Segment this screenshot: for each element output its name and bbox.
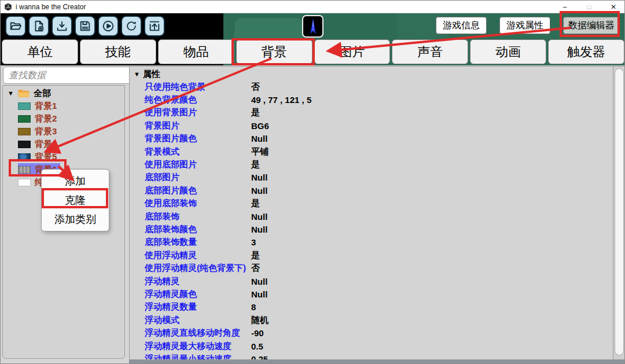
property-value[interactable]: 是 [251,198,260,209]
property-value[interactable]: 0.25 [251,354,268,360]
tree-root-label: 全部 [34,88,51,99]
property-row: 浮动精灵数量8 [130,301,613,314]
collapse-triangle-icon[interactable]: ▼ [134,71,143,78]
property-name: 使用浮动精灵 [145,250,251,261]
title-bar: i wanna be the Creator [1,1,625,13]
property-value[interactable]: 0.5 [251,341,263,351]
property-value[interactable]: Null [251,172,267,182]
tab-background[interactable]: 背景 [236,39,312,64]
bg4-thumbnail-icon [18,141,31,148]
player-sprite-preview [302,15,323,38]
export-button[interactable] [144,16,165,36]
tab-unit[interactable]: 单位 [2,39,78,64]
property-value[interactable]: 8 [251,302,256,312]
property-name: 使用底部图片 [145,159,251,170]
menu-item-clone[interactable]: 克隆 [42,191,109,209]
property-row: 只使用纯色背景否 [130,80,613,93]
import-button[interactable] [52,16,72,36]
property-name: 背景模式 [145,146,251,157]
tree-item-label: 背景2 [35,113,57,124]
play-button[interactable] [98,16,119,36]
property-name: 浮动精灵数量 [145,302,251,312]
property-value[interactable]: 是 [251,107,260,118]
property-row: 底部装饰数量3 [130,236,613,249]
properties-panel: ▼ 属性 只使用纯色背景否纯色背景颜色49 , 77 , 121 , 5使用背景… [129,66,613,360]
property-value[interactable]: 49 , 77 , 121 , 5 [251,95,311,105]
open-file-button[interactable] [5,16,26,36]
tree-item-bg4[interactable]: 背景4 [3,138,124,150]
property-value[interactable]: 平铺 [251,146,269,157]
tree-item-label: 背景1 [35,101,57,112]
chevron-down-icon[interactable]: ▼ [8,90,18,97]
maximize-button[interactable]: □ [577,1,601,13]
property-name: 底部装饰颜色 [145,224,251,235]
tree-item-bg1[interactable]: 背景1 [3,100,124,112]
bg3-thumbnail-icon [18,128,31,135]
tree-item-content: 背景4 [18,138,60,150]
solid-color-thumbnail-icon [18,179,31,186]
property-value[interactable]: BG6 [251,121,269,131]
top-buttons: 游戏信息游戏属性数据编辑器 [436,17,620,34]
property-value[interactable]: Null [251,225,267,234]
tree-item-bg3[interactable]: 背景3 [3,125,124,138]
property-name: 纯色背景颜色 [145,94,251,105]
property-value[interactable]: 是 [251,159,260,170]
bg1-thumbnail-icon [18,102,31,110]
property-value[interactable]: Null [251,212,267,222]
folder-open-icon [9,20,22,32]
search-input[interactable] [3,67,131,84]
property-value[interactable]: -90 [251,328,264,338]
window-title: i wanna be the Creator [16,3,86,11]
tab-sound[interactable]: 声音 [392,39,468,64]
property-value[interactable]: Null [251,289,267,299]
property-value[interactable]: 否 [251,82,260,93]
menu-item-add[interactable]: 添加 [42,172,109,190]
tab-row: 单位技能物品背景图片声音动画触发器 [1,39,625,65]
property-row: 背景图片颜色Null [130,133,613,145]
game-properties-button[interactable]: 游戏属性 [499,17,550,34]
bg5-thumbnail-icon [18,153,31,161]
tab-animation[interactable]: 动画 [470,39,546,64]
new-file-button[interactable] [28,16,49,36]
tab-image[interactable]: 图片 [314,39,391,64]
property-value[interactable]: 否 [251,263,260,274]
close-button[interactable]: ✕ [601,1,625,13]
data-editor-button[interactable]: 数据编辑器 [563,17,620,34]
tab-skill[interactable]: 技能 [80,39,156,64]
property-name: 背景图片颜色 [145,133,251,144]
tab-trigger[interactable]: 触发器 [548,39,624,64]
property-name: 底部装饰 [145,211,251,222]
property-value[interactable]: Null [251,134,267,144]
game-info-button[interactable]: 游戏信息 [436,17,487,34]
property-name: 背景图片 [145,120,251,131]
vertical-scrollbar[interactable] [613,66,625,360]
save-button[interactable] [75,16,95,36]
property-value[interactable]: 3 [251,237,256,247]
property-name: 使用底部装饰 [145,198,251,209]
property-value[interactable]: 是 [251,250,260,261]
floppy-disk-icon [79,20,91,32]
tree-item-bg5[interactable]: 背景5 [3,150,124,163]
horizontal-scrollbar[interactable] [129,360,625,364]
tree-item-content: 背景1 [18,100,60,112]
property-row: 浮动精灵最大移动速度0.5 [130,340,613,352]
property-value[interactable]: Null [251,186,267,196]
property-value[interactable]: Null [251,277,267,286]
download-arrow-icon [56,20,68,32]
vertical-scrollbar-thumb[interactable] [615,68,624,355]
reload-button[interactable] [121,16,142,36]
property-row: 浮动精灵直线移动时角度-90 [130,326,613,339]
property-value[interactable]: 随机 [251,315,269,326]
property-row: 使用底部装饰是 [130,197,613,210]
property-name: 只使用纯色背景 [145,82,251,93]
tree-root-all[interactable]: ▼ 全部 [3,87,124,100]
minimize-button[interactable]: – [553,1,577,13]
tree-item-bg2[interactable]: 背景2 [3,112,124,125]
menu-item-add-category[interactable]: 添加类别 [42,210,109,229]
tab-bar: 单位技能物品背景图片声音动画触发器 [1,39,625,65]
properties-header: ▼ 属性 [130,68,613,80]
property-name: 浮动模式 [145,315,251,326]
property-row: 底部装饰Null [130,210,613,223]
property-name: 使用浮动精灵(纯色背景下) [145,263,251,274]
tab-item[interactable]: 物品 [158,39,234,64]
